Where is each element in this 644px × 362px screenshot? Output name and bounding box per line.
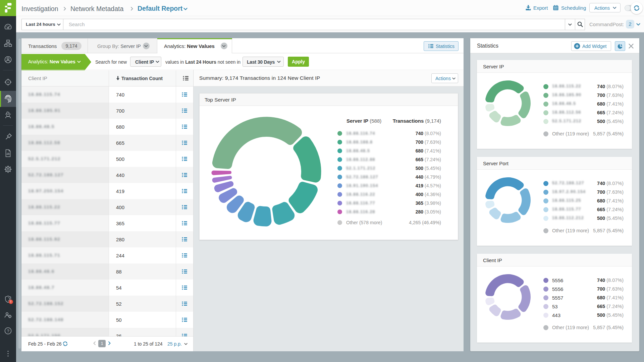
svg-text:?: ? xyxy=(7,328,9,334)
